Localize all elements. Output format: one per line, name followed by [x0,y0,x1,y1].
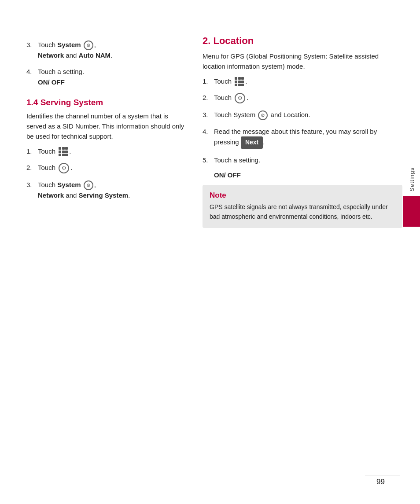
grid-icon-loc-1 [235,77,244,86]
sidebar-text: Settings [409,167,415,191]
location-description: Menu for GPS (Global Positioning System:… [203,51,402,72]
section-14-desc: Identifies the channel number of a syste… [26,111,189,142]
bold-serving: Serving System [79,191,129,199]
right-column: 2. Location Menu for GPS (Global Positio… [203,35,402,478]
loc-step-2: 2. Touch ⚙. [203,92,402,103]
list-item: 3. Touch System ⚙, Network and Auto NAM. [26,40,189,60]
sidebar-label: Settings [403,167,420,227]
note-text: GPS satellite signals are not always tra… [210,202,395,221]
page-number: 99 [376,478,385,486]
system-icon-inline: ⚙ [84,40,93,50]
gear-icon-loc-2: ⚙ [235,93,245,103]
top-steps: 3. Touch System ⚙, Network and Auto NAM.… [26,40,189,87]
list-item-4: 4. Touch a setting. ON/ OFF [26,66,189,87]
note-title: Note [210,191,395,200]
sidebar-bar [403,196,420,227]
bold-network-s14: Network [38,191,64,199]
loc-step-5: 5. Touch a setting. [203,155,402,165]
step-4-num: 4. [26,66,38,77]
on-off-loc: ON/ OFF [214,171,402,179]
page-container: 3. Touch System ⚙, Network and Auto NAM.… [0,0,420,504]
system-icon-s14: ⚙ [84,180,93,190]
bold-network: Network [38,52,64,59]
system-icon-loc-3: ⚙ [258,110,268,120]
s14-step-3: 3. Touch System ⚙, Network and Serving S… [26,180,189,200]
section-1-4: 1.4 Serving System Identifies the channe… [26,98,189,201]
note-box: Note GPS satellite signals are not alway… [203,185,402,228]
loc-step-4: 4. Read the message about this feature, … [203,126,402,149]
s14-step-1: 1. Touch . [26,146,189,157]
grid-icon-s14-1 [59,147,68,156]
left-column: 3. Touch System ⚙, Network and Auto NAM.… [26,35,189,478]
on-off-1: ON/ OFF [38,78,65,86]
gear-icon-s14-2: ⚙ [59,163,69,173]
s14-step-2: 2. Touch ⚙. [26,162,189,173]
step-3-num: 3. [26,40,38,50]
step-4-content: Touch a setting. ON/ OFF [38,66,189,87]
bold-autonam: Auto NAM [79,52,111,59]
bold-system-s14: System [57,181,81,188]
page-divider [365,475,400,476]
section-2-location-heading: 2. Location [203,35,402,47]
bold-system: System [57,41,81,48]
next-button[interactable]: Next [241,136,263,149]
loc-step-1: 1. Touch . [203,76,402,87]
loc-step-3: 3. Touch System ⚙ and Location. [203,110,402,120]
section-14-heading: 1.4 Serving System [26,98,189,107]
step-3-content: Touch System ⚙, Network and Auto NAM. [38,40,189,60]
